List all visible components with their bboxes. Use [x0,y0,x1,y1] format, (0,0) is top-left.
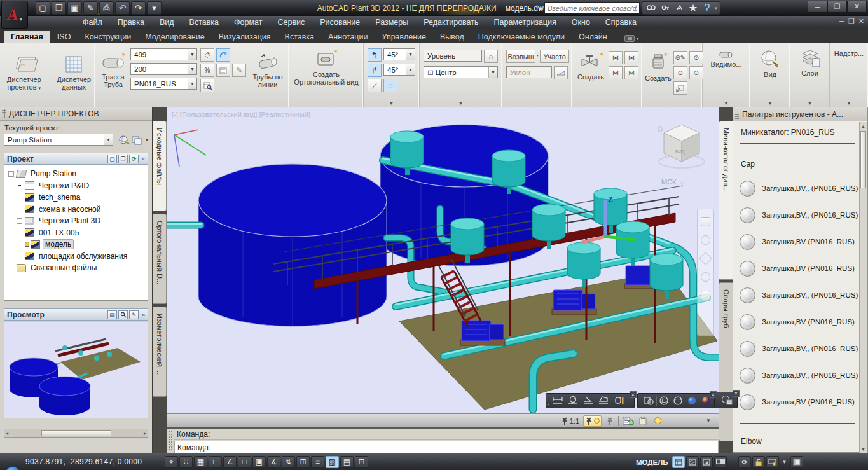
annotation-autoscale-button[interactable] [603,415,616,427]
measure-distance-icon[interactable] [551,395,565,407]
spec-viewer-button[interactable] [200,79,214,92]
favorites-star-icon[interactable]: ★ [687,3,699,13]
selection-cycling-toggle[interactable]: ⊡ [355,456,368,468]
toggle-slope-button[interactable]: % [200,64,214,77]
tree-item[interactable]: 001-TX-005 [4,227,148,239]
elevation-button[interactable]: Возвыш [506,50,535,63]
project-tools-icon[interactable]: ▾ [133,133,147,146]
tree-item[interactable]: схема к насосной [4,204,148,216]
command-history[interactable]: Команда: [174,429,719,440]
preview-thumbnail[interactable] [4,322,148,418]
palette-grip[interactable] [735,110,739,119]
line-number-button[interactable] [216,64,230,77]
tree-item[interactable]: модель [4,238,148,251]
valve-swap-button[interactable]: ⋈ [624,51,638,64]
data-manager-button[interactable]: Диспетчер данных [53,50,95,92]
pipes-by-line-button[interactable]: Трубы полинии [249,48,286,92]
equipment-swap-button[interactable]: ⊙ [689,51,703,64]
layers-button[interactable]: Слои [790,43,829,77]
section-button[interactable]: Участо [540,50,569,63]
center-combo[interactable]: ⊡Центр▼ [424,66,498,78]
dynamic-ucs-toggle[interactable]: ↯ [282,456,295,468]
ribbon-tab[interactable]: ISO [50,31,78,43]
sync-annotations-button[interactable] [621,415,635,427]
palette-grip[interactable] [2,109,6,118]
project-manager-title[interactable]: ДИСПЕТЧЕР ПРОЕКТОВ [0,107,152,121]
redo-button[interactable]: ↷ [131,1,146,15]
create-valve-button[interactable]: ✶ Создать [575,48,607,81]
ribbon-tab[interactable]: Подключаемые модули [471,31,572,43]
qnew-button[interactable]: ▢ [36,1,50,15]
menu-item[interactable]: Вставка [182,17,226,28]
tree-item[interactable]: Чертежи Plant 3D [4,215,148,227]
ribbon-media-button[interactable]: ▾ [621,34,643,43]
palette-tool-item[interactable]: Заглушка,BV,, (PN016_RUS) [740,282,857,308]
viewcube[interactable]: ВИД [655,121,711,170]
tree-item[interactable]: tech_shema [4,191,148,204]
clean-screen-button[interactable] [790,456,803,468]
tree-item[interactable]: Чертежи P&ID [4,180,148,192]
drawbar-bulb-button[interactable] [651,415,664,427]
current-project-combo[interactable]: Pump Station▼ [4,134,113,146]
dual-monitor-button[interactable] [714,456,727,468]
model-space-label[interactable]: МОДЕЛЬ [636,459,668,466]
measure-area-icon[interactable] [596,395,610,407]
panel-expand-icon[interactable]: ▼ [846,100,851,106]
menu-item[interactable]: Редактировать [416,17,486,28]
navigation-bar[interactable] [697,209,714,336]
application-menu-button[interactable]: A▾ [1,1,28,29]
compass-button[interactable] [216,48,230,62]
polar-tracking-toggle[interactable]: ∠ [223,456,237,468]
transparency-toggle[interactable]: ▨ [326,456,339,468]
menu-item[interactable]: Рисование [312,17,368,28]
project-section-header[interactable]: Проект ▢ ❐ ⟳ « [4,153,148,165]
steering-wheel-icon[interactable] [701,217,710,226]
help-dropdown-icon[interactable]: ▾ [715,6,717,11]
communication-bubble-icon[interactable] [5,466,20,470]
restore-button[interactable]: ❐ [827,1,847,13]
slope-field[interactable]: Уклон [506,66,552,78]
drawbar-menu-icon[interactable]: ▼ [702,415,715,427]
search-input[interactable] [544,2,640,14]
slope-pick-button[interactable] [554,66,568,79]
quick-properties-toggle[interactable]: ▤ [340,456,354,468]
tree-item[interactable]: Связанные файлы [4,262,148,274]
snap-mode-toggle[interactable]: ∷ [179,456,193,468]
palette-tool-item[interactable]: Заглушка,BV (PN016_RUS) [740,308,857,335]
edit-preview-icon[interactable]: ✎ [129,310,139,319]
menu-item[interactable]: Формат [226,17,270,28]
qat-customize-button[interactable]: ▾ [147,1,162,15]
menu-item[interactable]: Сервис [270,17,312,28]
palette-tab[interactable]: Исходные файлы [153,121,167,211]
measure-angle-icon[interactable] [581,395,595,407]
panel-expand-icon[interactable]: ▼ [389,100,394,106]
style-hidden-icon[interactable] [672,395,685,407]
ribbon-tab[interactable]: Онлайн [572,31,614,43]
hardware-acceleration-icon[interactable] [766,456,779,468]
status-menu-icon[interactable]: ▼ [780,459,789,465]
tree-item[interactable]: Pump Station [4,168,148,180]
ribbon-tab[interactable]: Аннотации [321,31,375,43]
object-snap-tracking-toggle[interactable]: ∡ [267,456,280,468]
preview-scrollbar[interactable]: ◂▸ [4,429,148,438]
doc-restore-button[interactable]: ❐ [848,17,855,25]
palette-tab[interactable]: Опоры труб [719,282,733,441]
style-shaded-icon[interactable] [685,395,698,407]
communication-center-icon[interactable] [673,3,685,13]
quick-view-drawings-button[interactable] [686,456,699,468]
annotation-visibility-button[interactable] [583,415,602,427]
menu-item[interactable]: Файл [75,17,110,28]
collapse-section-icon[interactable]: « [142,312,145,318]
pipe-spec-combo[interactable]: PN016_RUS▼ [130,78,197,90]
doc-close-button[interactable]: ✕ [858,17,864,25]
menu-item[interactable]: Справка [598,17,644,28]
equipment-up-button[interactable]: ⊙ [689,66,703,79]
object-snap-3d-toggle[interactable]: ▣ [252,456,266,468]
route-pipe-button[interactable]: ✶ ТрассаТруба [99,48,127,92]
tree-expander-icon[interactable] [17,183,22,188]
toolbar-lock-icon[interactable] [752,456,765,468]
create-ortho-view-button[interactable]: ✶ СоздатьОртогональный вид [289,43,363,86]
panel-expand-icon[interactable]: ▼ [724,100,729,106]
infocenter-collapse-icon[interactable]: ▸ [539,4,542,11]
ortho-mode-toggle[interactable]: ∟ [209,456,222,468]
